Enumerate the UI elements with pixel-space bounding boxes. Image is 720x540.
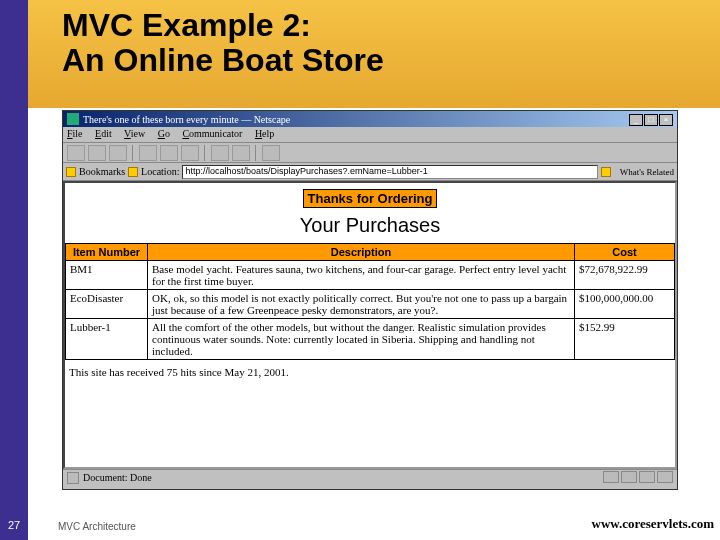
menu-communicator[interactable]: Communicator [182, 128, 242, 139]
minimize-button[interactable]: _ [629, 114, 643, 126]
purchases-table: Item Number Description Cost BM1 Base mo… [65, 243, 675, 360]
menu-help[interactable]: Help [255, 128, 274, 139]
close-button[interactable]: × [659, 114, 673, 126]
whats-related[interactable]: What's Related [614, 167, 674, 177]
cell-item: BM1 [66, 261, 148, 290]
slide-title: MVC Example 2: An Online Boat Store [62, 8, 384, 78]
menu-edit[interactable]: Edit [95, 128, 112, 139]
col-cost: Cost [575, 244, 675, 261]
cell-desc: Base model yacht. Features sauna, two ki… [148, 261, 575, 290]
location-icon [128, 167, 138, 177]
table-row: Lubber-1 All the comfort of the other mo… [66, 319, 675, 360]
component-icon [603, 471, 619, 483]
related-icon[interactable] [601, 167, 611, 177]
cell-cost: $72,678,922.99 [575, 261, 675, 290]
cell-desc: All the comfort of the other models, but… [148, 319, 575, 360]
cell-item: EcoDisaster [66, 290, 148, 319]
browser-window: There's one of these born every minute —… [62, 110, 678, 490]
status-cells [601, 471, 673, 485]
cell-desc: OK, ok, so this model is not exactly pol… [148, 290, 575, 319]
search-button[interactable] [160, 145, 178, 161]
cell-item: Lubber-1 [66, 319, 148, 360]
print-button[interactable] [211, 145, 229, 161]
page-number: 27 [3, 516, 25, 534]
netscape-button[interactable] [181, 145, 199, 161]
cell-cost: $100,000,000.00 [575, 290, 675, 319]
app-icon [67, 113, 79, 125]
cell-cost: $152.99 [575, 319, 675, 360]
col-description: Description [148, 244, 575, 261]
page-content: Thanks for Ordering Your Purchases Item … [63, 181, 677, 469]
menu-file[interactable]: File [67, 128, 83, 139]
left-stripe [0, 0, 28, 540]
home-button[interactable] [139, 145, 157, 161]
menu-go[interactable]: Go [158, 128, 170, 139]
table-row: BM1 Base model yacht. Features sauna, tw… [66, 261, 675, 290]
toolbar [63, 143, 677, 163]
titlebar: There's one of these born every minute —… [63, 111, 677, 127]
menu-view[interactable]: View [124, 128, 145, 139]
footer-left: MVC Architecture [58, 521, 136, 532]
hits-text: This site has received 75 hits since May… [65, 360, 675, 378]
component-icon [639, 471, 655, 483]
url-field[interactable]: http://localhost/boats/DisplayPurchases?… [182, 165, 598, 179]
location-label: Location: [141, 166, 179, 177]
status-text: Document: Done [83, 472, 152, 483]
security-button[interactable] [232, 145, 250, 161]
purchases-heading: Your Purchases [65, 214, 675, 237]
table-row: EcoDisaster OK, ok, so this model is not… [66, 290, 675, 319]
back-button[interactable] [67, 145, 85, 161]
col-item-number: Item Number [66, 244, 148, 261]
title-line-1: MVC Example 2: [62, 8, 384, 43]
bookmarks-icon[interactable] [66, 167, 76, 177]
slide-footer: 27 MVC Architecture www.coreservlets.com [0, 508, 720, 540]
status-bar: Document: Done [63, 469, 677, 485]
location-bar: Bookmarks Location: http://localhost/boa… [63, 163, 677, 181]
menu-bar: File Edit View Go Communicator Help [63, 127, 677, 143]
component-icon [621, 471, 637, 483]
window-controls: _□× [628, 113, 673, 126]
thanks-heading: Thanks for Ordering [303, 189, 438, 208]
title-line-2: An Online Boat Store [62, 43, 384, 78]
maximize-button[interactable]: □ [644, 114, 658, 126]
component-icon [657, 471, 673, 483]
reload-button[interactable] [109, 145, 127, 161]
stop-button[interactable] [262, 145, 280, 161]
window-title: There's one of these born every minute —… [83, 114, 290, 125]
forward-button[interactable] [88, 145, 106, 161]
status-icon [67, 472, 79, 484]
footer-url: www.coreservlets.com [592, 516, 715, 532]
bookmarks-label[interactable]: Bookmarks [79, 166, 125, 177]
